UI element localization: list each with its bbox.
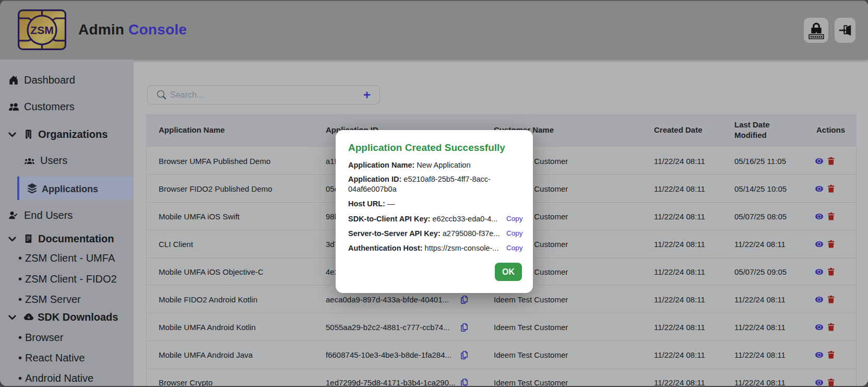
svg-text:ZSM: ZSM: [30, 24, 53, 36]
